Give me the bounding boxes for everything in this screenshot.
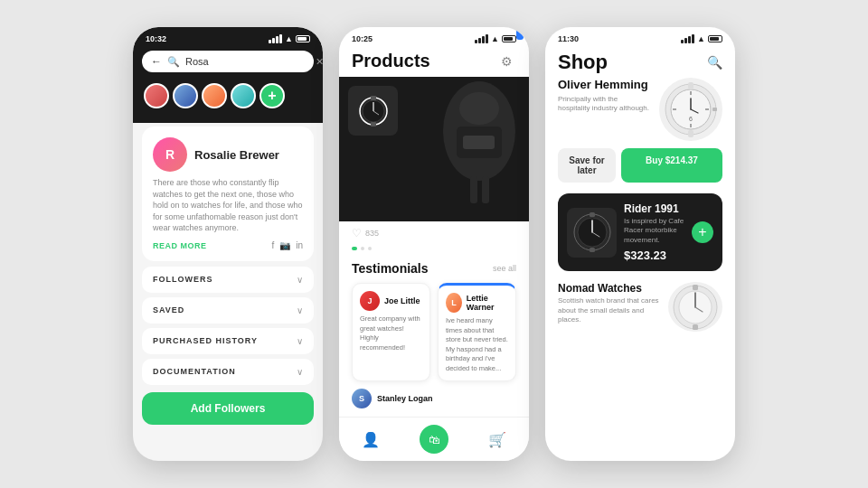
svg-rect-29 [590,248,595,252]
phone1-avatars: + [133,80,323,112]
nomad-product-name: Nomad Watches [558,282,661,295]
product-card-rider: Rider 1991 Is inspired by Cafe Racer mot… [558,193,722,271]
likes-row: ♡ 835 [339,227,529,245]
svg-rect-34 [693,285,698,290]
add-avatar-button[interactable]: + [259,83,285,108]
svg-rect-21 [712,108,717,111]
close-icon[interactable]: ✕ [316,56,323,68]
profile-bio: There are those who constantly flip watc… [153,177,303,234]
testimonial-avatar-3: S [352,389,372,408]
dot [368,247,372,250]
profile-avatar: R [153,137,187,172]
menu-label-purchased: PURCHASED HISTORY [153,336,258,345]
menu-label-followers: FOLLOWERS [153,275,213,284]
wifi-icon: ▲ [697,34,705,43]
phone2-status-icons: ▲ [475,34,516,43]
back-arrow-icon[interactable]: ← [151,55,162,68]
featured-watch-svg: 6 [662,80,721,139]
carousel-dots [339,245,529,258]
testimonial-user-1: J Joe Little [360,291,422,311]
svg-rect-23 [688,130,693,137]
phone1-profile-card: R Rosalie Brewer There are those who con… [142,127,314,261]
phone-2: 10:25 ▲ Products ⚙ [339,27,529,461]
featured-product: Oliver Hemming Principally with the hosp… [545,78,735,141]
featured-product-desc: Principally with the hospitality industr… [558,95,652,114]
screens-container: 10:32 ▲ ← 🔍 [115,9,753,479]
product-card-nomad: Nomad Watches Scottish watch brand that … [545,275,735,332]
nav-cart-icon[interactable]: 🛒 [483,425,512,454]
rider-product-info: Rider 1991 Is inspired by Cafe Racer mot… [624,202,684,262]
testimonials-header: Testimonials see all [339,258,529,283]
chevron-down-icon: ∨ [297,305,303,315]
nomad-product-info: Nomad Watches Scottish watch brand that … [558,282,661,324]
phone1-status-icons: ▲ [269,34,310,43]
avatar[interactable] [202,83,227,108]
svg-rect-28 [590,212,595,217]
svg-text:6: 6 [689,116,693,122]
svg-point-1 [459,92,499,125]
add-to-cart-button[interactable]: + [692,221,713,243]
rider-product-desc: Is inspired by Cafe Racer motorbike move… [624,217,684,245]
nav-shop-icon[interactable]: 🛍 [420,425,448,454]
avatar[interactable] [173,83,198,108]
search-icon: 🔍 [167,56,180,68]
profile-header: R Rosalie Brewer [153,137,303,172]
dot-active [352,247,357,250]
svg-rect-35 [693,324,698,330]
chevron-down-icon: ∨ [297,367,303,377]
rider-product-name: Rider 1991 [624,202,684,215]
phone2-status-bar: 10:25 ▲ [339,27,529,47]
nomad-product-desc: Scottish watch brand that cares about th… [558,296,661,324]
search-icon[interactable]: 🔍 [707,55,722,70]
testimonial-avatar-1: J [360,291,380,311]
chevron-down-icon: ∨ [297,336,303,346]
testimonial-text-1: Great company with great watches! Highly… [360,314,422,352]
menu-item-followers[interactable]: FOLLOWERS ∨ [142,267,314,293]
likes-count: 835 [365,229,379,238]
avatar[interactable] [231,83,256,108]
wifi-icon: ▲ [491,34,499,43]
menu-label-documentation: DOCUMENTATION [153,367,236,376]
settings-gear-icon[interactable]: ⚙ [496,52,516,71]
heart-icon[interactable]: ♡ [352,227,362,239]
add-followers-button[interactable]: Add Followers [142,392,314,425]
avatar[interactable] [144,83,169,108]
see-all-link[interactable]: see all [493,264,516,273]
testimonial-text-2: Ive heard many times about that store bu… [446,316,508,373]
testimonial-avatar-2: L [446,293,462,313]
testimonial-card-1: J Joe Little Great company with great wa… [352,283,430,381]
product-watch-svg [402,77,529,221]
product-carousel[interactable] [339,77,529,221]
phone1-time: 10:32 [146,34,166,43]
svg-rect-22 [688,82,693,89]
wifi-icon: ▲ [285,34,293,43]
phone1-search-bar[interactable]: ← 🔍 ✕ [142,51,314,72]
svg-rect-3 [463,136,495,149]
save-for-later-button[interactable]: Save for later [558,148,616,183]
nomad-watch-image [668,282,722,332]
facebook-icon[interactable]: f [271,240,274,250]
menu-item-purchased[interactable]: PURCHASED HISTORY ∨ [142,328,314,354]
svg-rect-10 [371,96,376,100]
testimonial-user-2: L Lettie Warner [446,293,508,313]
instagram-icon[interactable]: 📷 [279,240,290,250]
social-icons: f 📷 in [271,240,303,250]
dot [361,247,364,250]
nav-profile-icon[interactable]: 👤 [356,425,385,454]
featured-product-info: Oliver Hemming Principally with the hosp… [558,78,652,113]
profile-name: Rosalie Brewer [194,148,279,162]
phone3-status-bar: 11:30 ▲ [545,27,735,47]
main-product-image [339,77,529,221]
rider-watch-image [567,208,617,258]
phone1-dark-header: 10:32 ▲ ← 🔍 [133,27,323,123]
phone3-header: Shop 🔍 [545,47,735,78]
search-input[interactable] [185,56,310,67]
linkedin-icon[interactable]: in [296,240,303,250]
thumbnail-watch [348,86,398,136]
menu-item-saved[interactable]: SAVED ∨ [142,297,314,324]
menu-item-documentation[interactable]: DOCUMENTATION ∨ [142,359,314,385]
phone2-header: Products ⚙ [339,47,529,77]
buy-button[interactable]: Buy $214.37 [621,148,722,183]
phone3-time: 11:30 [558,34,579,43]
testimonial-card-2: L Lettie Warner Ive heard many times abo… [438,283,516,381]
